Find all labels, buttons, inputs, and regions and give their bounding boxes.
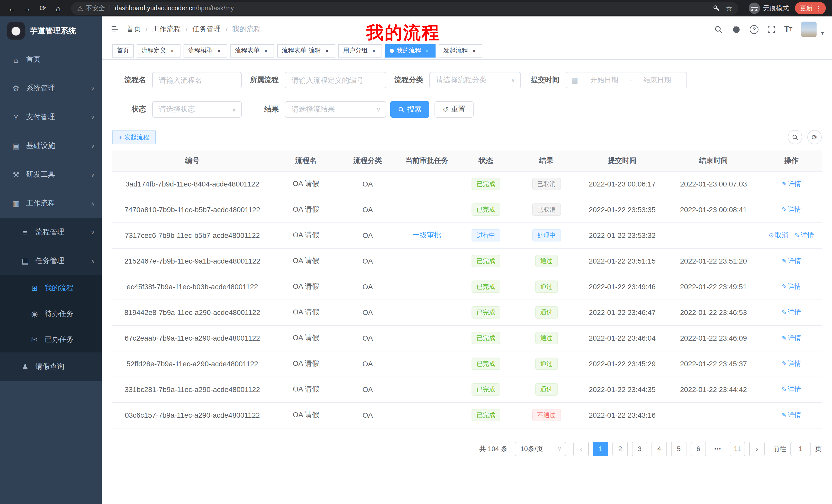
prev-page-button[interactable]: ‹ xyxy=(573,442,589,456)
page-button-2[interactable]: 2 xyxy=(613,442,628,456)
breadcrumb-task-mgmt[interactable]: 任务管理 xyxy=(192,25,221,34)
process-definition-input[interactable] xyxy=(285,72,386,88)
browser-menu-icon[interactable]: ⋮ xyxy=(815,4,822,12)
goto-label: 前往 xyxy=(773,444,786,453)
sidebar-item-dev-tools[interactable]: ⚒研发工具∨ xyxy=(0,160,102,189)
cancel-button[interactable]: ⊘取消 xyxy=(769,231,788,239)
font-size-icon[interactable]: TT xyxy=(784,25,792,33)
process-list-icon: ≡ xyxy=(20,228,31,236)
detail-button[interactable]: ✎详情 xyxy=(782,334,801,342)
chevron-down-icon: ∨ xyxy=(91,86,95,91)
page-size-select[interactable]: 10条/页 ∨ xyxy=(515,442,566,456)
result-select[interactable]: 请选择流结果 ∨ xyxy=(285,101,386,118)
chevron-up-icon: ∧ xyxy=(91,258,95,264)
create-process-button[interactable]: + 发起流程 xyxy=(112,130,156,144)
sidebar-item-todo-task[interactable]: ◉待办任务 xyxy=(0,301,102,327)
detail-button[interactable]: ✎详情 xyxy=(782,411,801,419)
password-key-icon[interactable] xyxy=(713,4,721,12)
end-time: 2022-01-22 23:44:42 xyxy=(666,376,761,402)
sidebar-item-home[interactable]: ⌂首页 xyxy=(0,45,102,74)
status-select[interactable]: 请选择状态 ∨ xyxy=(152,101,242,118)
update-button[interactable]: 更新 ⋮ xyxy=(795,2,826,15)
close-icon[interactable]: × xyxy=(470,47,478,54)
detail-button[interactable]: ✎详情 xyxy=(795,231,814,239)
tab-process-form-edit[interactable]: 流程表单-编辑× xyxy=(277,44,335,57)
breadcrumb-separator: / xyxy=(186,25,188,33)
reset-button[interactable]: ↺ 重置 xyxy=(435,101,474,118)
incognito-badge: 无痕模式 xyxy=(749,3,789,14)
detail-button[interactable]: ✎详情 xyxy=(782,385,801,393)
tab-label: 流程定义 xyxy=(141,46,166,55)
date-range-picker[interactable]: ▦ 开始日期 - 结束日期 xyxy=(566,72,687,88)
tab-my-process[interactable]: 我的流程× xyxy=(385,44,436,57)
next-page-button[interactable]: › xyxy=(749,442,765,456)
process-name-input[interactable] xyxy=(152,72,242,88)
sidebar-item-my-process[interactable]: ⊞我的流程 xyxy=(0,275,102,301)
sidebar-item-process-mgmt[interactable]: ≡流程管理∨ xyxy=(0,218,102,247)
search-icon[interactable] xyxy=(714,25,723,34)
search-button[interactable]: 搜索 xyxy=(390,101,430,118)
tab-process-definition[interactable]: 流程定义× xyxy=(137,44,181,57)
sidebar-toggle-icon[interactable] xyxy=(110,25,119,34)
page-button-5[interactable]: 5 xyxy=(671,442,686,456)
sidebar-item-infrastructure[interactable]: ▣基础设施∨ xyxy=(0,132,102,160)
page-button-11[interactable]: 11 xyxy=(730,442,745,456)
end-time: 2022-01-22 23:46:53 xyxy=(666,300,761,325)
github-icon[interactable] xyxy=(732,25,741,34)
close-icon[interactable]: × xyxy=(370,47,378,54)
tab-process-model[interactable]: 流程模型× xyxy=(184,44,227,57)
sidebar-item-leave-query[interactable]: ♟请假查询 xyxy=(0,353,102,381)
end-time: 2022-01-22 23:51:20 xyxy=(666,248,761,274)
back-icon[interactable]: ← xyxy=(5,2,19,15)
close-icon[interactable]: × xyxy=(215,47,223,54)
detail-button[interactable]: ✎详情 xyxy=(782,283,801,290)
page-button-1[interactable]: 1 xyxy=(593,442,608,456)
pager-ellipsis[interactable]: ••• xyxy=(710,442,726,456)
refresh-button[interactable]: ⟳ xyxy=(807,130,822,144)
app-brand[interactable]: 芋道管理系统 xyxy=(0,17,102,45)
process-category: OA xyxy=(339,300,396,325)
close-icon[interactable]: × xyxy=(424,47,431,54)
help-icon[interactable]: ? xyxy=(750,25,758,34)
tab-start-process[interactable]: 发起流程× xyxy=(439,44,482,57)
close-icon[interactable]: × xyxy=(262,47,269,54)
page-button-4[interactable]: 4 xyxy=(651,442,667,456)
close-icon[interactable]: × xyxy=(169,47,176,54)
detail-button[interactable]: ✎详情 xyxy=(782,360,801,367)
sidebar-item-payment-mgmt[interactable]: ¥支付管理∨ xyxy=(0,103,102,132)
sidebar-item-system-mgmt[interactable]: ⚙系统管理∨ xyxy=(0,74,102,103)
forward-icon[interactable]: → xyxy=(21,2,34,15)
category-select[interactable]: 请选择流程分类 ∨ xyxy=(430,72,521,88)
column-header-status: 状态 xyxy=(458,150,514,171)
sidebar-item-task-mgmt[interactable]: ▤任务管理∧ xyxy=(0,247,102,275)
bookmark-star-icon[interactable]: ☆ xyxy=(726,4,732,12)
end-time xyxy=(666,402,761,428)
toggle-search-button[interactable] xyxy=(788,130,802,144)
reload-icon[interactable]: ⟳ xyxy=(36,2,49,15)
table-row: 3ad174fb-7b9d-11ec-8404-acde48001122OA 请… xyxy=(112,171,822,197)
status-badge: 已完成 xyxy=(471,203,500,216)
tab-process-form[interactable]: 流程表单× xyxy=(230,44,274,57)
user-avatar[interactable] xyxy=(801,22,816,37)
breadcrumb-workflow[interactable]: 工作流程 xyxy=(152,25,181,34)
browser-home-icon[interactable]: ⌂ xyxy=(51,2,65,15)
sidebar-item-workflow[interactable]: ▥工作流程∧ xyxy=(0,189,102,218)
address-bar[interactable]: ⚠ 不安全 | dashboard.yudao.iocoder.cn/bpm/t… xyxy=(71,2,738,15)
result-cell: 不通过 xyxy=(514,402,578,428)
current-task-link[interactable]: 一级审批 xyxy=(412,231,441,239)
page-button-6[interactable]: 6 xyxy=(691,442,706,456)
detail-button[interactable]: ✎详情 xyxy=(782,257,801,264)
detail-button[interactable]: ✎详情 xyxy=(782,308,801,316)
fullscreen-icon[interactable] xyxy=(767,25,775,33)
detail-button[interactable]: ✎详情 xyxy=(782,205,801,213)
table-row: 331bc281-7b9a-11ec-a290-acde48001122OA 请… xyxy=(112,376,822,402)
page-button-3[interactable]: 3 xyxy=(632,442,647,456)
tab-home[interactable]: 首页 xyxy=(112,44,134,57)
tab-user-group[interactable]: 用户分组× xyxy=(338,44,382,57)
goto-page-input[interactable] xyxy=(790,442,811,456)
detail-button[interactable]: ✎详情 xyxy=(782,180,801,188)
breadcrumb-home[interactable]: 首页 xyxy=(127,25,141,34)
close-icon[interactable]: × xyxy=(323,47,331,54)
result-badge: 已取消 xyxy=(532,203,561,216)
sidebar-item-done-task[interactable]: ✂已办任务 xyxy=(0,327,102,353)
